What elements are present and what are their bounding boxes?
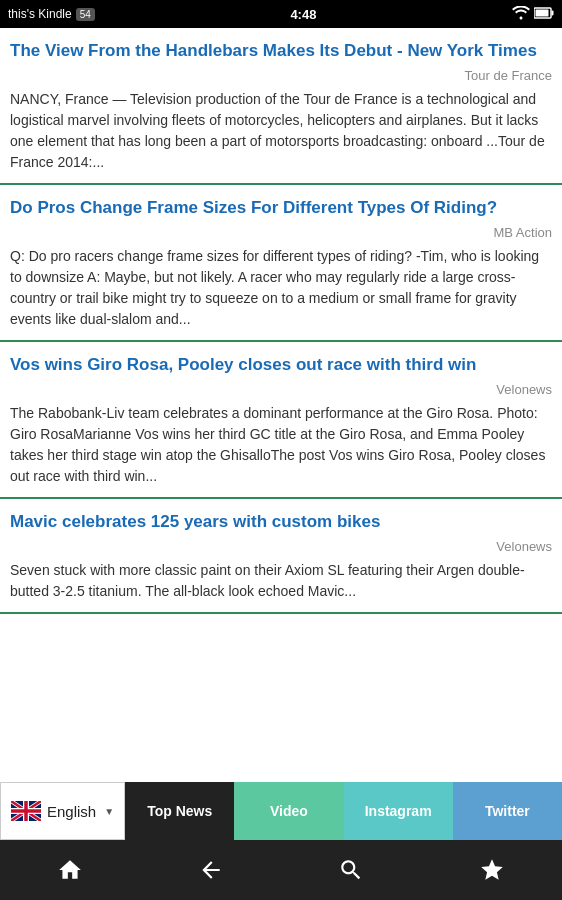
article-1[interactable]: The View From the Handlebars Makes Its D… [0,28,562,185]
tab-video[interactable]: Video [234,782,343,840]
article-title[interactable]: Vos wins Giro Rosa, Pooley closes out ra… [10,354,552,376]
article-excerpt: Q: Do pro racers change frame sizes for … [10,246,552,330]
wifi-icon [512,6,530,23]
svg-rect-1 [552,10,554,15]
article-excerpt: The Rabobank-Liv team celebrates a domin… [10,403,552,487]
article-source: Tour de France [10,68,552,83]
search-button[interactable] [327,846,375,894]
bottom-nav [0,840,562,900]
status-right [512,6,554,23]
article-source: Velonews [10,382,552,397]
uk-flag-icon [11,801,41,821]
language-arrow: ▼ [104,806,114,817]
tab-bar: English ▼ Top News Video Instagram Twitt… [0,782,562,840]
back-button[interactable] [187,846,235,894]
tab-twitter[interactable]: Twitter [453,782,562,840]
article-source: Velonews [10,539,552,554]
article-title[interactable]: The View From the Handlebars Makes Its D… [10,40,552,62]
language-label: English [47,803,96,820]
article-excerpt: NANCY, France — Television production of… [10,89,552,173]
star-button[interactable] [468,846,516,894]
article-excerpt: Seven stuck with more classic paint on t… [10,560,552,602]
status-time: 4:48 [290,7,316,22]
tab-top-news[interactable]: Top News [125,782,234,840]
status-left: this's Kindle 54 [8,7,95,21]
app-name: this's Kindle [8,7,72,21]
article-3[interactable]: Vos wins Giro Rosa, Pooley closes out ra… [0,342,562,499]
article-2[interactable]: Do Pros Change Frame Sizes For Different… [0,185,562,342]
tab-instagram[interactable]: Instagram [344,782,453,840]
language-tab[interactable]: English ▼ [0,782,125,840]
status-bar: this's Kindle 54 4:48 [0,0,562,28]
battery-icon [534,7,554,22]
article-title[interactable]: Do Pros Change Frame Sizes For Different… [10,197,552,219]
article-4[interactable]: Mavic celebrates 125 years with custom b… [0,499,562,614]
svg-rect-2 [536,9,549,16]
article-source: MB Action [10,225,552,240]
article-title[interactable]: Mavic celebrates 125 years with custom b… [10,511,552,533]
home-button[interactable] [46,846,94,894]
kindle-badge: 54 [76,8,95,21]
news-feed: The View From the Handlebars Makes Its D… [0,28,562,782]
